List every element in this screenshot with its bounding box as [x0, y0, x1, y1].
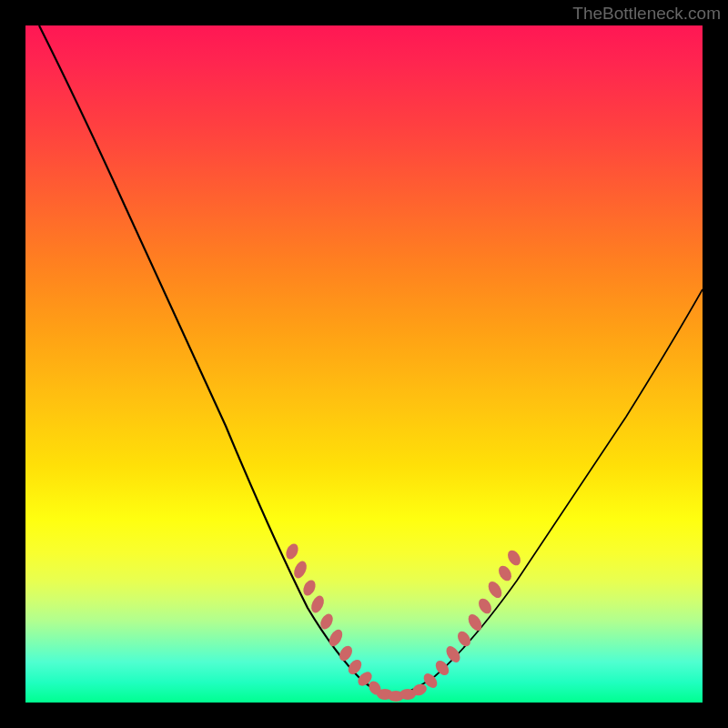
svg-point-19 [476, 596, 494, 616]
svg-point-0 [284, 541, 300, 561]
highlight-dots-bottom [367, 679, 429, 702]
svg-point-2 [301, 578, 318, 597]
bottleneck-curve-right [389, 289, 703, 697]
chart-svg [25, 25, 703, 703]
highlight-dots-left [284, 541, 375, 688]
main-curve-group [39, 25, 703, 697]
svg-point-1 [291, 559, 308, 580]
svg-point-18 [466, 612, 485, 632]
svg-point-20 [486, 579, 505, 600]
bottleneck-curve-left [39, 25, 389, 697]
svg-point-21 [496, 563, 514, 583]
svg-point-16 [443, 643, 462, 664]
chart-container [25, 25, 703, 703]
svg-point-5 [327, 627, 345, 648]
highlight-dots-right [421, 548, 523, 691]
svg-point-17 [455, 629, 473, 649]
watermark-text: TheBottleneck.com [572, 4, 721, 24]
svg-point-22 [505, 548, 523, 568]
svg-point-3 [308, 593, 326, 614]
